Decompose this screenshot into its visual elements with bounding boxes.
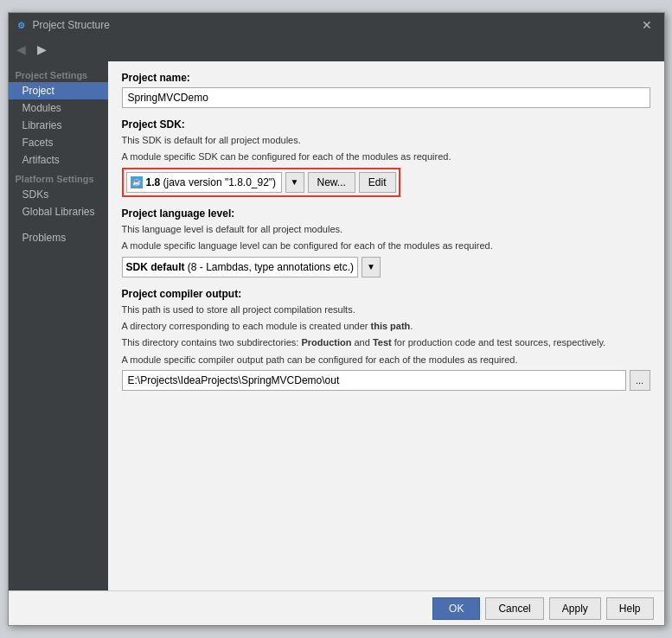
project-language-level-desc1: This language level is default for all p… [122,223,650,236]
ok-button[interactable]: OK [432,597,480,620]
compiler-output-desc3: This directory contains two subdirectori… [122,336,650,349]
language-level-dropdown-arrow[interactable]: ▼ [362,257,381,278]
sidebar-item-libraries[interactable]: Libraries [9,117,108,134]
project-language-level-group: Project language level: This language le… [122,207,650,278]
sidebar-item-facets[interactable]: Facets [9,134,108,151]
project-compiler-output-label: Project compiler output: [122,288,650,300]
browse-output-button[interactable]: ... [630,370,650,391]
close-button[interactable]: ✕ [637,16,657,34]
compiler-output-desc2: A directory corresponding to each module… [122,320,650,333]
sdk-value: 1.8 (java version "1.8.0_92") [146,176,278,188]
sdk-selector-row: ☕ 1.8 (java version "1.8.0_92") ▼ New...… [122,168,400,197]
main-panel: Project name: Project SDK: This SDK is d… [108,61,664,590]
sidebar-item-artifacts[interactable]: Artifacts [9,151,108,169]
project-name-input[interactable] [122,87,650,108]
sidebar-item-project[interactable]: Project [9,82,108,99]
dialog-icon: ⚙ [16,19,28,31]
sidebar-item-sdks[interactable]: SDKs [9,186,108,203]
language-level-select[interactable]: SDK default (8 - Lambdas, type annotatio… [122,257,358,278]
project-settings-section-label: Project Settings [9,65,108,82]
sdk-select[interactable]: ☕ 1.8 (java version "1.8.0_92") [126,172,282,193]
apply-button[interactable]: Apply [549,597,601,620]
back-button[interactable]: ◀ [12,41,31,58]
toolbar: ◀ ▶ [9,37,664,61]
project-language-level-desc2: A module specific language level can be … [122,239,650,252]
dialog-title: Project Structure [33,19,637,31]
project-sdk-desc1: This SDK is default for all project modu… [122,134,650,147]
compiler-output-desc4: A module specific compiler output path c… [122,354,650,367]
project-sdk-desc2: A module specific SDK can be configured … [122,150,650,163]
project-sdk-label: Project SDK: [122,118,650,131]
title-bar: ⚙ Project Structure ✕ [9,13,664,37]
help-button[interactable]: Help [606,597,654,620]
project-sdk-group: Project SDK: This SDK is default for all… [122,118,650,197]
project-name-label: Project name: [122,72,650,84]
sdk-dropdown-arrow[interactable]: ▼ [285,172,304,193]
project-name-group: Project name: [122,72,650,108]
platform-settings-section-label: Platform Settings [9,169,108,186]
forward-button[interactable]: ▶ [33,41,52,58]
bottom-bar: OK Cancel Apply Help [9,590,664,625]
project-language-level-label: Project language level: [122,207,650,220]
content-area: Project Settings Project Modules Librari… [9,61,664,590]
sidebar-item-problems[interactable]: Problems [9,229,108,246]
cancel-button[interactable]: Cancel [485,597,543,620]
project-structure-dialog: ⚙ Project Structure ✕ ◀ ▶ Project Settin… [8,12,665,626]
language-level-value: SDK default (8 - Lambdas, type annotatio… [126,261,354,273]
edit-sdk-button[interactable]: Edit [359,172,396,193]
sdk-java-icon: ☕ [131,176,143,188]
sidebar: Project Settings Project Modules Librari… [9,61,108,590]
new-sdk-button[interactable]: New... [308,172,355,193]
sidebar-item-modules[interactable]: Modules [9,99,108,117]
compiler-output-desc1: This path is used to store all project c… [122,303,650,316]
language-level-selector-row: SDK default (8 - Lambdas, type annotatio… [122,257,650,278]
compiler-output-row: ... [122,370,650,391]
sidebar-item-global-libraries[interactable]: Global Libraries [9,203,108,220]
project-compiler-output-group: Project compiler output: This path is us… [122,288,650,392]
compiler-output-input[interactable] [122,370,626,391]
